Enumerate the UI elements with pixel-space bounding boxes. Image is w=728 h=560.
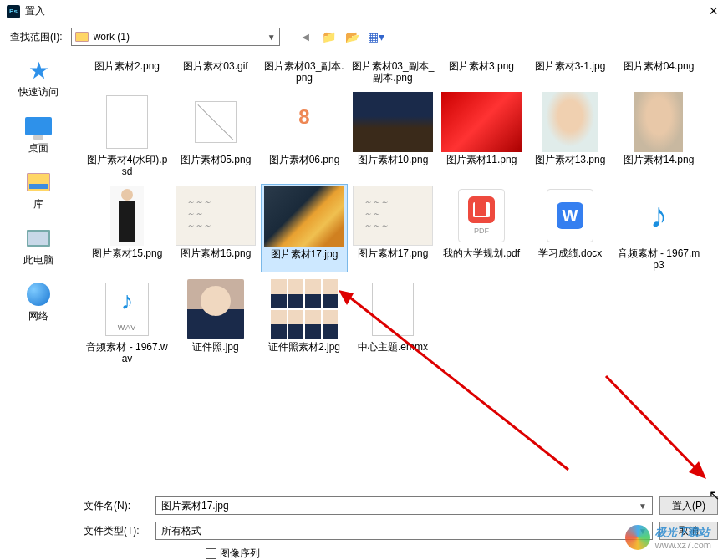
file-item[interactable]: ♪音频素材 - 1967.mp3 <box>615 184 702 272</box>
image-thumb <box>187 279 244 339</box>
folder-icon <box>75 32 89 42</box>
new-folder-icon[interactable]: 📂 <box>345 29 360 44</box>
chevron-down-icon: ▼ <box>267 33 276 42</box>
sidebar-desktop[interactable]: 桌面 <box>25 113 52 155</box>
sidebar-label: 库 <box>33 197 43 211</box>
file-item[interactable]: 图片素材3-1.jpg <box>527 53 613 85</box>
sidebar-label: 网络 <box>28 309 48 323</box>
star-icon: ★ <box>25 57 52 84</box>
file-item[interactable]: 图片素材04.png <box>615 53 702 85</box>
image-thumb <box>542 92 598 152</box>
file-item[interactable]: 图片素材03.gif <box>172 53 259 85</box>
view-mode-icon[interactable]: ▦▾ <box>369 29 384 44</box>
file-item[interactable]: 图片素材15.png <box>84 184 171 272</box>
image-thumb <box>110 186 144 246</box>
sidebar-label: 此电脑 <box>23 253 53 267</box>
photoshop-icon: Ps <box>7 5 20 18</box>
sidebar-label: 快速访问 <box>18 85 59 99</box>
location-dropdown[interactable]: work (1) ▼ <box>71 28 280 46</box>
file-item[interactable]: 图片素材03_副本.png <box>261 53 348 85</box>
desktop-icon <box>25 113 52 140</box>
window-title: 置入 <box>25 4 705 18</box>
file-icon <box>372 283 414 336</box>
file-item[interactable]: 图片素材13.png <box>527 90 613 179</box>
watermark-logo-icon <box>625 525 650 550</box>
close-button[interactable]: × <box>705 3 721 20</box>
up-folder-icon[interactable]: 📁 <box>322 29 337 44</box>
file-item-selected[interactable]: 图片素材17.jpg <box>261 184 348 272</box>
music-icon: ♪ <box>635 192 682 239</box>
file-item[interactable]: W学习成绩.docx <box>527 184 613 272</box>
back-icon[interactable]: ◄ <box>298 29 313 44</box>
filetype-label: 文件类型(T): <box>84 524 149 538</box>
location-label: 查找范围(I): <box>10 30 63 44</box>
file-item[interactable]: 图片素材17.png <box>349 184 436 272</box>
image-thumb <box>441 92 522 152</box>
image-thumb <box>264 186 344 247</box>
file-item[interactable]: 图片素材03_副本_副本.png <box>349 53 436 85</box>
filename-input[interactable]: 图片素材17.jpg ▼ <box>155 496 653 515</box>
chevron-down-icon: ▼ <box>639 501 647 511</box>
psd-icon <box>106 95 148 149</box>
file-browser[interactable]: 图片素材2.png 图片素材03.gif 图片素材03_副本.png 图片素材0… <box>77 50 728 493</box>
filename-label: 文件名(N): <box>84 499 149 513</box>
file-item[interactable]: 图片素材10.png <box>349 90 436 179</box>
sequence-label: 图像序列 <box>220 547 260 560</box>
sidebar-quick-access[interactable]: ★ 快速访问 <box>18 57 59 99</box>
file-item[interactable]: 图片素材05.png <box>172 90 259 179</box>
image-thumb <box>271 97 338 147</box>
globe-icon <box>25 281 52 308</box>
sidebar-this-pc[interactable]: 此电脑 <box>23 225 53 267</box>
image-thumb <box>353 92 433 152</box>
file-item[interactable]: 图片素材2.png <box>84 53 171 85</box>
sidebar-library[interactable]: 库 <box>25 169 52 211</box>
sequence-checkbox[interactable] <box>206 548 216 559</box>
file-item[interactable]: PDF我的大学规划.pdf <box>438 184 525 272</box>
file-item[interactable]: 证件照素材2.jpg <box>261 277 348 366</box>
sidebar-label: 桌面 <box>28 141 48 155</box>
title-bar: Ps 置入 × <box>0 0 728 23</box>
library-icon <box>25 169 52 196</box>
sidebar-network[interactable]: 网络 <box>25 281 52 323</box>
image-thumb <box>182 97 249 147</box>
docx-icon: W <box>547 189 593 242</box>
pc-icon <box>25 225 52 252</box>
file-item[interactable]: 证件照.jpg <box>172 277 259 366</box>
sidebar: ★ 快速访问 桌面 库 此电脑 网络 <box>0 50 77 493</box>
file-item[interactable]: 图片素材14.png <box>615 90 702 179</box>
wav-icon: ♪WAV <box>105 283 149 336</box>
toolbar: 查找范围(I): work (1) ▼ ◄ 📁 📂 ▦▾ <box>0 23 728 50</box>
watermark: 极光下载站 www.xz7.com <box>625 525 711 550</box>
file-item[interactable]: 图片素材16.png <box>172 184 259 272</box>
pdf-icon: PDF <box>458 189 505 242</box>
bottom-panel: 文件名(N): 图片素材17.jpg ▼ 置入(P) 文件类型(T): 所有格式… <box>0 493 728 560</box>
image-thumb <box>634 92 683 152</box>
file-item[interactable]: 图片素材3.png <box>438 53 525 85</box>
cursor-icon: ↖ <box>709 487 720 503</box>
image-thumb <box>353 186 433 246</box>
image-thumb <box>176 186 256 246</box>
file-item[interactable]: 图片素材11.png <box>438 90 525 179</box>
file-item[interactable]: 图片素材4(水印).psd <box>84 90 171 179</box>
filetype-dropdown[interactable]: 所有格式 ▼ <box>155 522 653 540</box>
file-item[interactable]: ♪WAV音频素材 - 1967.wav <box>84 277 171 366</box>
file-item[interactable]: 图片素材06.png <box>261 90 348 179</box>
image-thumb <box>271 279 338 339</box>
location-value: work (1) <box>94 31 130 43</box>
file-item[interactable]: 中心主题.emmx <box>349 277 436 366</box>
